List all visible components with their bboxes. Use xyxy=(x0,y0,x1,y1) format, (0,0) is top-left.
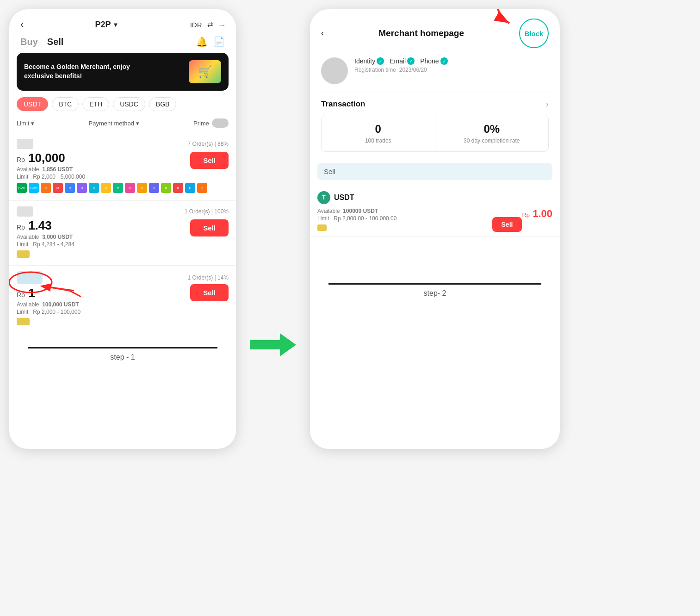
order-stats-3: 1 Order(s) | 14% xyxy=(188,274,229,281)
red-arrow-annotation xyxy=(9,271,88,301)
dropdown-icon[interactable]: ▼ xyxy=(113,21,119,28)
prime-toggle[interactable]: Prime xyxy=(193,118,229,128)
filter-row: Limit ▾ Payment method ▾ Prime xyxy=(9,117,236,133)
right-header: ‹ Merchant homepage Block xyxy=(310,9,560,54)
phone-badge: Phone ✓ xyxy=(420,57,447,65)
limit-filter[interactable]: Limit ▾ xyxy=(17,120,34,127)
payment-icons-3 xyxy=(17,318,229,325)
currency-label: IDR xyxy=(190,21,202,29)
back-button-right[interactable]: ‹ xyxy=(321,29,323,37)
more-menu-icon[interactable]: ··· xyxy=(219,21,225,29)
step-2-label-container: step- 2 xyxy=(310,237,560,298)
document-icon[interactable]: 📄 xyxy=(213,36,225,47)
sell-button-3[interactable]: Sell xyxy=(190,284,229,301)
right-phone: ‹ Merchant homepage Block xyxy=(310,9,560,449)
offer-card-3: 1 Order(s) | 14% Rp 1 Available 100,000 … xyxy=(9,266,236,333)
green-arrow-annotation xyxy=(245,241,301,449)
prime-switch[interactable] xyxy=(212,118,229,128)
block-button[interactable]: Block xyxy=(519,19,549,48)
step-label-container: step - 1 xyxy=(9,333,236,361)
trades-stat: 0 100 trades xyxy=(322,115,435,151)
step-2-label: step- 2 xyxy=(328,283,541,298)
transaction-stats: 0 100 trades 0% 30 day completion rate xyxy=(321,115,549,152)
order-stats-2: 1 Order(s) | 100% xyxy=(185,208,229,215)
merchant-meta: Identity ✓ Email ✓ Phone ✓ Regi xyxy=(354,57,549,73)
page-title: Merchant homepage xyxy=(378,28,464,38)
usdt-details: Available 100000 USDT Rp 1.00 Limit Rp 2… xyxy=(317,208,552,222)
transaction-title: Transaction xyxy=(321,100,365,109)
merchant-avatar-large xyxy=(321,57,348,84)
transaction-chevron[interactable]: › xyxy=(545,99,549,109)
buy-tab[interactable]: Buy xyxy=(20,37,38,47)
merchant-avatar-2 xyxy=(17,206,33,217)
crypto-tab-eth[interactable]: ETH xyxy=(82,97,109,111)
registration-time: Registration time 2023/06/20 xyxy=(354,67,549,73)
crypto-tab-usdc[interactable]: USDC xyxy=(113,97,145,111)
left-phone: ‹ P2P ▼ IDR ⇄ ··· Buy Sell 🔔 xyxy=(9,9,236,449)
crypto-tabs: USDT BTC ETH USDC BGB xyxy=(9,97,236,117)
sell-tab[interactable]: Sell xyxy=(47,37,64,47)
currency-swap-icon[interactable]: ⇄ xyxy=(207,20,213,29)
golden-merchant-banner[interactable]: Become a Golden Merchant, enjoy exclusiv… xyxy=(17,53,229,91)
order-stats-1: 7 Order(s) | 88% xyxy=(188,141,229,147)
step-1-label: step - 1 xyxy=(28,347,217,361)
trades-count: 0 xyxy=(333,123,424,136)
sell-section-label: Sell xyxy=(317,163,552,180)
merchant-avatar-1 xyxy=(17,139,33,149)
banner-illustration: 🛒 xyxy=(189,60,221,83)
usdt-icon: T xyxy=(317,191,330,204)
crypto-tab-usdt[interactable]: USDT xyxy=(17,97,48,111)
usdt-sell-button[interactable]: Sell xyxy=(492,217,522,232)
header-action-icons: 🔔 📄 xyxy=(196,36,225,47)
email-badge: Email ✓ xyxy=(390,57,415,65)
payment-method-filter[interactable]: Payment method ▾ xyxy=(89,120,139,127)
offer-card-1: 7 Order(s) | 88% Rp 10,000 Available 1,8… xyxy=(9,133,236,201)
back-button[interactable]: ‹ xyxy=(20,19,24,31)
merchant-badges: Identity ✓ Email ✓ Phone ✓ xyxy=(354,57,549,65)
usdt-offer: T USDT Available 100000 USDT Rp 1.00 Lim… xyxy=(310,186,560,237)
payment-icons-2 xyxy=(17,250,229,258)
p2p-title: P2P ▼ xyxy=(95,20,119,30)
crypto-tab-btc[interactable]: BTC xyxy=(52,97,79,111)
trades-label: 100 trades xyxy=(333,137,424,144)
sell-button-2[interactable]: Sell xyxy=(190,219,229,236)
merchant-profile: Identity ✓ Email ✓ Phone ✓ Regi xyxy=(310,54,560,92)
usdt-payment-icon xyxy=(317,224,327,231)
identity-badge: Identity ✓ xyxy=(354,57,384,65)
bell-icon[interactable]: 🔔 xyxy=(196,36,208,47)
svg-point-0 xyxy=(9,272,52,292)
usdt-header: T USDT xyxy=(317,191,552,204)
usdt-price-display: Rp 1.00 xyxy=(522,208,552,220)
identity-check-icon: ✓ xyxy=(377,57,384,65)
sell-button-1[interactable]: Sell xyxy=(190,152,229,169)
email-check-icon: ✓ xyxy=(407,57,415,65)
buy-sell-tabs: Buy Sell 🔔 📄 xyxy=(9,36,236,53)
crypto-tab-bgb[interactable]: BGB xyxy=(149,97,177,111)
banner-text: Become a Golden Merchant, enjoy exclusiv… xyxy=(24,62,142,81)
transaction-section: Transaction › 0 100 trades 0% 30 day com… xyxy=(310,92,560,157)
left-header: ‹ P2P ▼ IDR ⇄ ··· xyxy=(9,9,236,36)
offer-card-2: 1 Order(s) | 100% Rp 1.43 Available 3,00… xyxy=(9,201,236,266)
completion-rate: 0% xyxy=(446,123,538,136)
completion-label: 30 day completion rate xyxy=(446,137,538,144)
usdt-name: USDT xyxy=(334,193,354,202)
phone-check-icon: ✓ xyxy=(440,57,448,65)
completion-stat: 0% 30 day completion rate xyxy=(435,115,549,151)
currency-section: IDR ⇄ ··· xyxy=(190,20,225,29)
offer-details-3: Available 100,000 USDT Limit Rp 2,000 - … xyxy=(17,301,229,315)
transaction-header: Transaction › xyxy=(321,99,549,109)
block-btn-wrapper: Block xyxy=(519,19,549,48)
payment-icons-1: OVO OVO G M R B S V P m G X K R B T xyxy=(17,183,229,193)
